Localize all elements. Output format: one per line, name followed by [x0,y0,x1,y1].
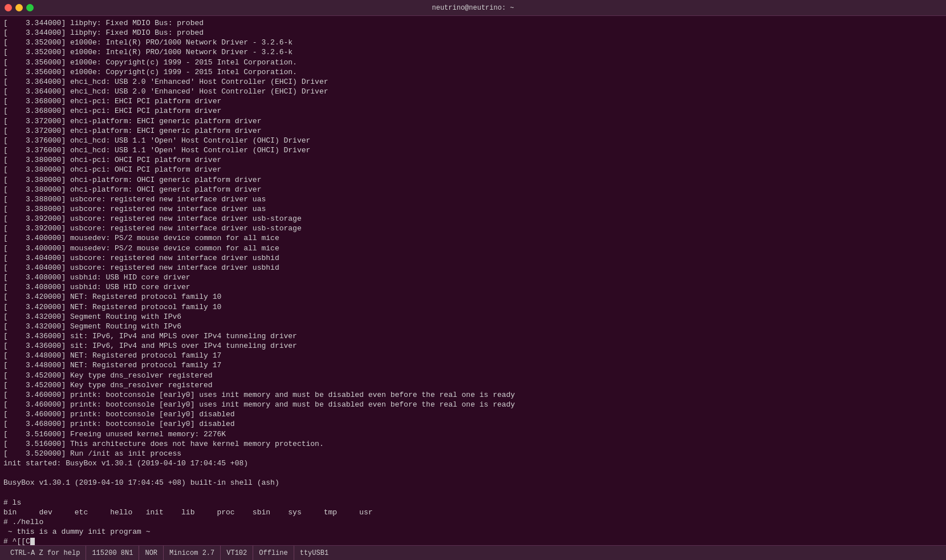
status-item: Offline [253,546,294,560]
status-bar: CTRL-A Z for help115200 8N1NORMinicom 2.… [0,545,946,560]
window-controls[interactable] [5,4,34,11]
title-bar: neutrino@neutrino: ~ [0,0,946,16]
terminal-content: [ 3.344000] libphy: Fixed MDIO Bus: prob… [3,18,943,545]
status-item: VT102 [221,546,253,560]
window-title: neutrino@neutrino: ~ [432,4,514,12]
status-item: CTRL-A Z for help [5,546,86,560]
terminal-body[interactable]: [ 3.344000] libphy: Fixed MDIO Bus: prob… [0,16,946,545]
minimize-button[interactable] [15,4,23,11]
status-item: 115200 8N1 [86,546,139,560]
close-button[interactable] [5,4,12,11]
status-item: Minicom 2.7 [164,546,221,560]
status-item: ttyUSB1 [294,546,334,560]
status-item: NOR [139,546,164,560]
maximize-button[interactable] [26,4,34,11]
